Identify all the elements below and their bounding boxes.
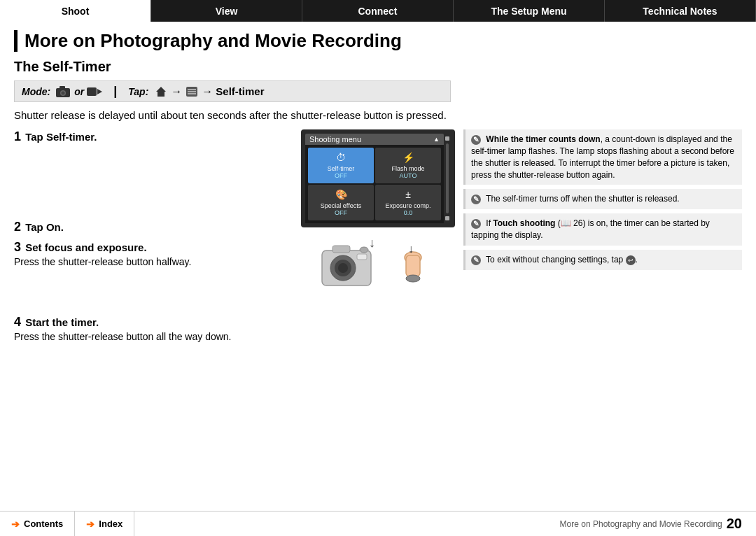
nav-connect[interactable]: Connect	[302, 0, 454, 22]
main-content: More on Photography and Movie Recording …	[0, 22, 756, 511]
note-3: ✎ If Touch shooting (📖 26) is on, the ti…	[463, 213, 742, 246]
svg-rect-1	[59, 86, 65, 89]
svg-rect-4	[87, 87, 97, 96]
arrow-icon-2: →	[202, 85, 213, 98]
contents-arrow: ➔	[11, 519, 20, 530]
svg-rect-15	[332, 246, 350, 253]
mode-label: Mode:	[22, 86, 50, 97]
section-title: The Self-Timer	[14, 59, 742, 75]
screen-mockup: Shooting menu ▲ ⏱ Self-timer OFF ⚡	[301, 129, 455, 227]
intro-text: Shutter release is delayed until about t…	[14, 109, 742, 121]
arrow-icon-1: →	[171, 85, 182, 98]
scroll-down	[445, 216, 449, 220]
content-grid: 1 Tap Self-timer. 2 Tap On. 3 Set focus …	[14, 129, 742, 348]
self-timer-label: Self-timer	[216, 85, 264, 97]
top-navigation: Shoot View Connect The Setup Menu Techni…	[0, 0, 756, 22]
note-4: ✎ To exit without changing settings, tap…	[463, 250, 742, 270]
scroll-track	[446, 143, 449, 213]
nav-setup-menu[interactable]: The Setup Menu	[454, 0, 605, 22]
svg-point-17	[360, 247, 368, 253]
note-icon-2: ✎	[471, 195, 481, 204]
movie-icon	[87, 86, 102, 97]
index-link[interactable]: ➔ Index	[75, 512, 134, 536]
index-arrow: ➔	[86, 519, 94, 530]
step-1: 1 Tap Self-timer.	[14, 129, 293, 144]
svg-rect-20	[406, 255, 420, 276]
svg-point-21	[406, 275, 420, 282]
screen-cell-self-timer: ⏱ Self-timer OFF	[308, 148, 374, 183]
scroll-up	[445, 136, 449, 141]
home-icon	[155, 86, 167, 97]
screen-title-bar: Shooting menu ▲	[305, 134, 444, 145]
bottom-bar: ➔ Contents ➔ Index More on Photography a…	[0, 511, 756, 536]
note-icon-1: ✎	[471, 135, 481, 145]
svg-point-3	[62, 91, 65, 94]
screen-cell-special-effects: 🎨 Special effects OFF	[308, 185, 374, 220]
camera-body-svg: ↓	[318, 240, 382, 289]
note-icon-4: ✎	[471, 255, 481, 265]
screen-grid: ⏱ Self-timer OFF ⚡ Flash mode AUTO 🎨	[305, 145, 444, 223]
svg-text:↓: ↓	[369, 240, 375, 250]
menu-box-icon	[186, 87, 197, 97]
svg-marker-6	[156, 87, 166, 97]
note-icon-3: ✎	[471, 219, 481, 229]
step-4: 4 Start the timer. Press the shutter-rel…	[14, 315, 293, 342]
notes-column: ✎ While the timer counts down, a count-d…	[463, 129, 742, 348]
note-1: ✎ While the timer counts down, a count-d…	[463, 129, 742, 185]
svg-rect-16	[357, 254, 367, 260]
middle-images: Shooting menu ▲ ⏱ Self-timer OFF ⚡	[301, 129, 455, 348]
contents-link[interactable]: ➔ Contents	[0, 512, 75, 536]
nav-shoot[interactable]: Shoot	[0, 0, 151, 22]
mode-or: or	[74, 86, 84, 97]
camera-illustration: ↓ ↓	[318, 240, 438, 289]
camera-icon	[56, 86, 70, 97]
nav-view[interactable]: View	[151, 0, 302, 22]
svg-marker-5	[97, 89, 102, 94]
screen-cell-flash: ⚡ Flash mode AUTO	[375, 148, 441, 183]
tap-label: Tap:	[128, 86, 148, 97]
nav-technical-notes[interactable]: Technical Notes	[605, 0, 756, 22]
page-title: More on Photography and Movie Recording	[14, 30, 742, 52]
screen-cell-exposure: ± Exposure comp. 0.0	[375, 185, 441, 220]
back-icon: ↩	[626, 255, 636, 265]
note-2: ✎ The self-timer turns off when the shut…	[463, 189, 742, 209]
step-2: 2 Tap On.	[14, 220, 293, 234]
steps-column: 1 Tap Self-timer. 2 Tap On. 3 Set focus …	[14, 129, 293, 348]
svg-text:↓: ↓	[408, 243, 414, 255]
hand-press-svg: ↓	[388, 240, 438, 289]
step3-spacer	[14, 273, 293, 315]
bottom-links: ➔ Contents ➔ Index	[0, 512, 210, 536]
mode-bar: Mode: or | Tap: → → Self-timer	[14, 80, 451, 102]
svg-point-14	[338, 263, 348, 273]
tap-separator: |	[113, 84, 117, 99]
step-3: 3 Set focus and exposure. Press the shut…	[14, 240, 293, 267]
bottom-right: More on Photography and Movie Recording …	[210, 516, 756, 532]
step1-spacer	[14, 150, 293, 220]
